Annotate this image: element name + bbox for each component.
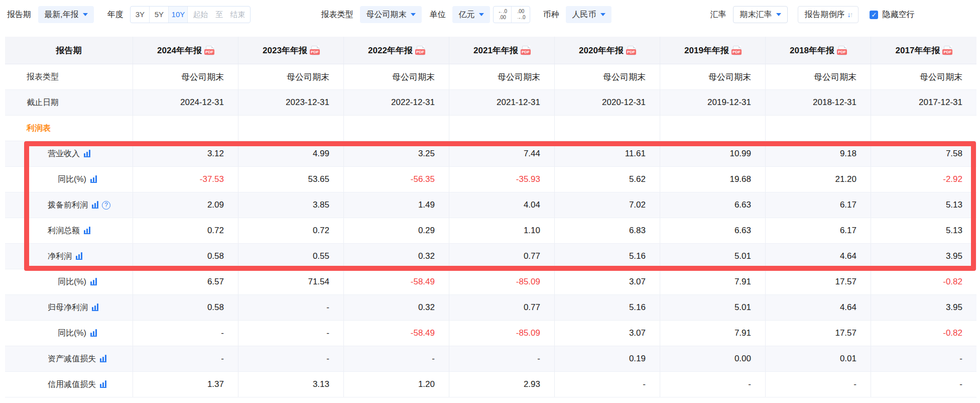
caret-down-icon — [600, 13, 605, 16]
year-option-10y[interactable]: 10Y — [169, 7, 188, 23]
value-cell: - — [555, 372, 660, 397]
value-cell: 1.37 — [133, 372, 238, 397]
decimal-decrease-bottom: .00 — [499, 15, 506, 21]
value-cell: 17.57 — [766, 269, 871, 294]
currency-dropdown[interactable]: 人民币 — [566, 6, 611, 23]
bar-chart-icon[interactable] — [92, 305, 98, 311]
checkbox-checked-icon: ✓ — [870, 11, 878, 19]
report-period-label: 报告期 — [7, 10, 31, 20]
year-option-5y[interactable]: 5Y — [150, 7, 169, 23]
value-cell: 4.99 — [238, 141, 344, 166]
value-cell: -58.49 — [344, 269, 449, 294]
table-row-net-profit: 净利润0.580.550.320.775.165.014.643.95 — [5, 244, 976, 269]
pdf-icon[interactable]: PDF — [417, 46, 425, 55]
value-cell: 3.95 — [871, 244, 976, 269]
bar-chart-icon[interactable] — [92, 202, 98, 209]
value-cell: -37.53 — [133, 167, 238, 192]
value-cell: 0.77 — [449, 244, 555, 269]
report-period-column-header: 报告期 — [5, 37, 133, 64]
bar-chart-icon[interactable] — [90, 176, 97, 183]
unit-dropdown[interactable]: 亿元 — [452, 6, 490, 23]
value-cell: 2022-12-31 — [344, 90, 449, 115]
report-type-dropdown[interactable]: 母公司期末 — [360, 6, 422, 23]
exchange-rate-dropdown[interactable]: 期末汇率 — [733, 6, 788, 23]
pdf-icon[interactable]: PDF — [206, 46, 214, 55]
value-cell: -85.09 — [449, 321, 555, 346]
hide-empty-rows-checkbox[interactable]: ✓ 隐藏空行 — [870, 10, 914, 20]
pdf-icon[interactable]: PDF — [522, 46, 530, 55]
value-cell: -0.82 — [871, 269, 976, 294]
value-cell: 5.62 — [555, 167, 660, 192]
value-cell: 2018-12-31 — [766, 90, 871, 115]
value-cell: 4.04 — [449, 192, 555, 218]
value-cell: 0.58 — [133, 295, 238, 320]
pdf-icon[interactable]: PDF — [733, 46, 741, 55]
value-cell: 6.57 — [133, 269, 238, 294]
caret-down-icon — [479, 13, 484, 16]
value-cell: 母公司期末 — [766, 64, 871, 89]
value-cell: - — [238, 346, 344, 371]
row-label-attributable-net-profit: 归母净利润 — [5, 295, 133, 320]
bar-chart-icon[interactable] — [90, 279, 97, 285]
bar-chart-icon[interactable] — [84, 228, 90, 234]
range-end-input[interactable]: 结束 — [225, 10, 250, 20]
row-label-pre-provision-profit: 拨备前利润? — [5, 192, 133, 218]
table-row-attributable-net-profit-yoy: 同比(%)---58.49-85.093.077.9117.57-0.82 — [5, 321, 976, 346]
table-row-credit-impairment-loss: 信用减值损失1.373.131.202.93---- — [5, 372, 976, 397]
help-circle-icon[interactable]: ? — [102, 201, 110, 210]
value-cell: 19.68 — [660, 167, 766, 192]
value-cell — [344, 116, 449, 141]
value-cell: 0.00 — [660, 346, 766, 371]
value-cell: 2024-12-31 — [133, 90, 238, 115]
pdf-icon[interactable]: PDF — [628, 46, 636, 55]
value-cell: 0.72 — [133, 218, 238, 243]
value-cell: 4.64 — [766, 295, 871, 320]
value-cell: 5.13 — [871, 218, 976, 243]
bar-chart-icon[interactable] — [90, 330, 97, 337]
table-row-revenue: 营业收入3.124.993.257.4411.6110.999.187.58 — [5, 141, 976, 167]
pdf-icon[interactable]: PDF — [838, 46, 846, 55]
sort-order-button[interactable]: 报告期倒序 ↓↑ — [798, 6, 859, 23]
year-range-control: 3Y 5Y 10Y 起始 至 结束 — [130, 6, 251, 23]
row-label-end-date: 截止日期 — [5, 90, 133, 115]
column-header-text: 2023年年报 — [263, 45, 307, 56]
pdf-icon[interactable]: PDF — [944, 46, 952, 55]
value-cell: 53.65 — [238, 167, 344, 192]
bar-chart-icon[interactable] — [100, 381, 106, 388]
row-label-text: 报表类型 — [27, 72, 59, 82]
pdf-icon[interactable]: PDF — [311, 46, 319, 55]
report-type-value: 母公司期末 — [366, 10, 406, 20]
row-label-text: 同比(%) — [58, 277, 86, 287]
value-cell: - — [660, 372, 766, 397]
value-cell — [238, 116, 344, 141]
row-label-text: 净利润 — [48, 251, 72, 262]
column-header: 2023年年报PDF — [238, 37, 344, 64]
value-cell: - — [871, 346, 976, 371]
bar-chart-icon[interactable] — [76, 253, 82, 260]
column-header-text: 2019年年报 — [684, 45, 729, 56]
row-label-net-profit-yoy: 同比(%) — [5, 269, 133, 294]
unit-label: 单位 — [429, 10, 445, 20]
bar-chart-icon[interactable] — [100, 356, 106, 362]
decimal-increase-button[interactable]: .00 →.0 — [512, 7, 530, 23]
value-cell: 3.13 — [238, 372, 344, 397]
value-cell: 2021-12-31 — [449, 90, 555, 115]
value-cell: - — [344, 346, 449, 371]
column-header: 2018年年报PDF — [766, 37, 871, 64]
value-cell: 0.29 — [344, 218, 449, 243]
range-start-input[interactable]: 起始 — [188, 10, 213, 20]
decimal-decrease-button[interactable]: ←.0 .00 — [494, 7, 512, 23]
row-label-text: 信用减值损失 — [48, 379, 96, 390]
row-label-asset-impairment-loss: 资产减值损失 — [5, 346, 133, 371]
report-period-dropdown[interactable]: 最新,年报 — [38, 6, 94, 23]
decimal-control: ←.0 .00 .00 →.0 — [493, 6, 530, 23]
row-label-text: 利润总额 — [48, 226, 80, 236]
value-cell: 3.95 — [871, 295, 976, 320]
year-option-3y[interactable]: 3Y — [131, 7, 150, 23]
column-header: 2019年年报PDF — [660, 37, 766, 64]
table-row-asset-impairment-loss: 资产减值损失----0.190.000.01- — [5, 346, 976, 372]
bar-chart-icon[interactable] — [84, 151, 90, 157]
row-label-text: 同比(%) — [58, 174, 86, 185]
value-cell: 0.55 — [238, 244, 344, 269]
value-cell: 17.57 — [766, 321, 871, 346]
